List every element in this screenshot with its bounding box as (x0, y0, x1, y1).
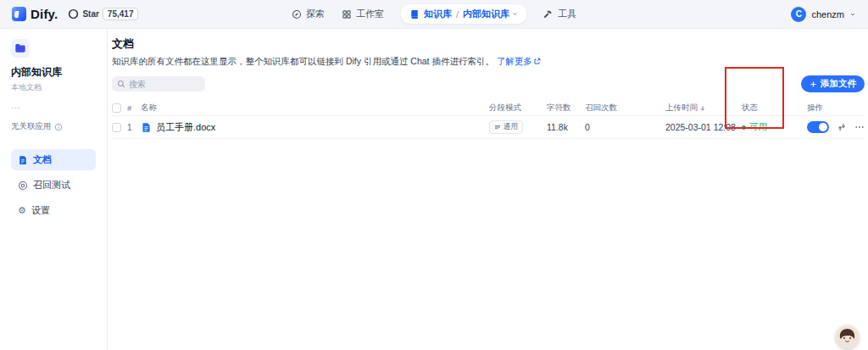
learn-more-link[interactable]: 了解更多 (497, 56, 541, 66)
info-icon[interactable] (54, 123, 63, 131)
nav-item-explore[interactable]: 探索 (292, 8, 325, 20)
breadcrumb-current-kb-label: 内部知识库 (463, 8, 509, 20)
add-file-button[interactable]: 添加文件 (801, 75, 865, 92)
action-cell (807, 121, 865, 133)
workspace: 内部知识库 本地文档 ... 无关联应用 文档 召回测试 ⚙ (0, 28, 868, 350)
status-dot-icon (742, 125, 746, 130)
table-header-row: # 名称 分段模式 字符数 召回次数 上传时间 状态 操作 (112, 101, 865, 116)
chunk-mode-cell: 通用 (489, 120, 547, 134)
top-header: Dify. Star 75,417 探索 工作室 知识库 (0, 0, 868, 28)
enable-toggle[interactable] (807, 121, 829, 133)
sidebar-item-settings[interactable]: ⚙ 设置 (11, 200, 96, 221)
chunk-mode-badge: 通用 (489, 120, 523, 134)
user-avatar: C (791, 7, 806, 22)
sidebar-menu: 文档 召回测试 ⚙ 设置 (11, 149, 96, 221)
document-icon (18, 155, 28, 165)
user-name: chenzm (811, 9, 844, 19)
chunk-mode-label: 通用 (504, 122, 518, 132)
col-action: 操作 (807, 103, 865, 114)
chevron-down-icon (849, 11, 856, 18)
gear-icon: ⚙ (18, 206, 26, 215)
person-avatar-icon (836, 325, 859, 348)
dify-logo[interactable]: Dify. (12, 7, 58, 21)
search-box[interactable] (112, 76, 205, 92)
kb-name: 内部知识库 (11, 65, 96, 80)
page-title: 文档 (112, 36, 865, 52)
kb-sidebar: 内部知识库 本地文档 ... 无关联应用 文档 召回测试 ⚙ (0, 29, 108, 350)
nav-tools-label: 工具 (558, 8, 576, 20)
col-retrieval-count: 召回次数 (585, 103, 665, 114)
learn-more-label: 了解更多 (497, 56, 532, 66)
col-upload-time[interactable]: 上传时间 (665, 103, 742, 114)
document-name-cell[interactable]: 员工手册.docx (141, 121, 489, 134)
status-cell: 可用 (742, 121, 807, 133)
col-index: # (127, 103, 141, 113)
documents-table: # 名称 分段模式 字符数 召回次数 上传时间 状态 操作 1 (112, 101, 865, 139)
dify-logo-icon (12, 7, 26, 21)
page-description-text: 知识库的所有文件都在这里显示，整个知识库都可以链接到 Dify 引用或通过 Ch… (112, 56, 494, 66)
col-chunk-mode: 分段模式 (489, 103, 547, 114)
nav-explore-label: 探索 (306, 8, 325, 20)
github-star-widget[interactable]: Star 75,417 (68, 8, 138, 20)
search-input[interactable] (129, 80, 197, 89)
kb-linked-apps: 无关联应用 (11, 121, 96, 132)
sidebar-settings-label: 设置 (31, 204, 50, 217)
assistant-avatar[interactable] (836, 325, 859, 348)
github-icon (68, 8, 79, 19)
table-row[interactable]: 1 员工手册.docx 通用 11.8k 0 (112, 116, 865, 139)
sort-desc-icon (699, 105, 706, 112)
kb-collapsed-dots: ... (11, 101, 96, 110)
page-description: 知识库的所有文件都在这里显示，整个知识库都可以链接到 Dify 引用或通过 Ch… (112, 56, 865, 68)
archive-arrows-icon[interactable] (837, 122, 847, 132)
docx-file-icon (141, 122, 152, 133)
breadcrumb-separator: / (456, 9, 459, 19)
folder-icon (11, 39, 30, 58)
nav-item-tools[interactable]: 工具 (543, 8, 576, 20)
col-upload-time-label: 上传时间 (665, 103, 698, 114)
add-file-button-label: 添加文件 (821, 78, 856, 90)
toolbar: 添加文件 (112, 75, 865, 92)
col-status: 状态 (742, 103, 807, 114)
knowledge-book-icon (409, 9, 420, 19)
sidebar-item-documents[interactable]: 文档 (11, 149, 96, 170)
char-count-cell: 11.8k (547, 122, 585, 132)
kb-type: 本地文档 (11, 82, 96, 93)
nav-item-knowledge-active[interactable]: 知识库 / 内部知识库 (401, 4, 526, 24)
documents-panel: 文档 知识库的所有文件都在这里显示，整个知识库都可以链接到 Dify 引用或通过… (108, 29, 868, 350)
explore-icon (292, 9, 302, 19)
studio-icon (342, 9, 352, 19)
pattern-icon (494, 124, 501, 131)
kb-linked-apps-label: 无关联应用 (11, 121, 52, 132)
search-icon (117, 80, 125, 88)
row-checkbox[interactable] (112, 123, 121, 132)
github-star-count: 75,417 (103, 8, 139, 20)
breadcrumb-current-kb[interactable]: 内部知识库 (463, 8, 518, 20)
target-icon (18, 181, 28, 191)
plus-icon (810, 81, 817, 88)
dify-logo-text: Dify. (31, 7, 58, 21)
retrieval-count-cell: 0 (585, 122, 665, 132)
chevron-down-icon (512, 11, 518, 17)
nav-studio-label: 工作室 (356, 8, 384, 20)
col-char-count: 字符数 (547, 103, 585, 114)
status-label: 可用 (749, 121, 767, 133)
sidebar-retrieval-test-label: 召回测试 (33, 179, 70, 192)
sidebar-documents-label: 文档 (33, 153, 52, 166)
sidebar-item-retrieval-test[interactable]: 召回测试 (11, 175, 96, 196)
col-name: 名称 (141, 103, 489, 114)
select-all-checkbox[interactable] (112, 103, 121, 113)
upload-time-cell: 2025-03-01 12:08 (665, 122, 742, 132)
row-index: 1 (127, 123, 141, 132)
tools-icon (543, 9, 554, 19)
external-link-icon (533, 58, 541, 65)
nav-knowledge-label: 知识库 (424, 8, 452, 20)
document-name: 员工手册.docx (156, 121, 215, 134)
nav-item-studio[interactable]: 工作室 (342, 8, 384, 20)
user-menu[interactable]: C chenzm (661, 7, 856, 22)
more-actions-icon[interactable] (854, 122, 865, 132)
github-star-label: Star (82, 9, 98, 19)
main-nav: 探索 工作室 知识库 / 内部知识库 工具 (207, 4, 661, 24)
